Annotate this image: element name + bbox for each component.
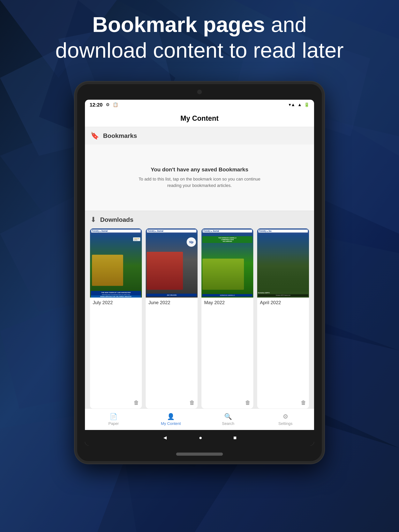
- status-right-icons: ▾▲ ▲ 🔋: [289, 102, 309, 107]
- magazine-info-june: June 2022: [146, 298, 198, 398]
- tablet-power-button: [322, 123, 324, 139]
- battery-icon: 🔋: [304, 102, 309, 107]
- magazine-actions-april[interactable]: 🗑: [257, 398, 309, 409]
- bookmarks-empty-desc: To add to this list, tap on the bookmark…: [131, 176, 268, 189]
- bookmarks-empty-area: You don't have any saved Bookmarks To ad…: [85, 145, 314, 211]
- tablet-frame: 12:20 ⚙ 📋 ▾▲ ▲ 🔋 My Content 🔖 Bookmarks …: [75, 82, 324, 463]
- magazine-date-july: July 2022: [93, 300, 139, 305]
- delete-magazine-june-button[interactable]: 🗑: [189, 399, 195, 406]
- downloads-section-header: ⬇ Downloads: [85, 211, 314, 228]
- my-content-nav-label: My Content: [161, 421, 181, 426]
- delete-magazine-april-button[interactable]: 🗑: [301, 399, 306, 406]
- magazine-cover-july: Forestry ▲ Journal THE NEW TIGERCAT 1185…: [90, 228, 142, 298]
- wifi-icon: ▾▲: [289, 102, 295, 107]
- bookmark-section-icon: 🔖: [90, 132, 99, 140]
- magazine-info-april: April 2022: [257, 298, 309, 398]
- bottom-navigation: 📄 Paper 👤 My Content 🔍 Search ⚙ Settings: [85, 409, 314, 430]
- magazine-info-july: July 2022: [90, 298, 142, 398]
- settings-status-icon: ⚙: [106, 102, 110, 107]
- tablet-screen: 12:20 ⚙ 📋 ▾▲ ▲ 🔋 My Content 🔖 Bookmarks …: [85, 100, 314, 446]
- magazine-cover-june: Forestry ▲ Journal S|p JAC: [146, 228, 198, 298]
- paper-nav-label: Paper: [108, 421, 119, 426]
- search-nav-icon: 🔍: [224, 413, 232, 420]
- magazine-actions-july[interactable]: 🗑: [90, 398, 142, 409]
- android-back-button[interactable]: ◄: [162, 435, 168, 441]
- magazine-actions-june[interactable]: 🗑: [146, 398, 198, 409]
- status-time: 12:20: [90, 102, 103, 108]
- status-left: 12:20 ⚙ 📋: [90, 102, 118, 108]
- search-nav-label: Search: [222, 421, 234, 426]
- nav-search[interactable]: 🔍 Search: [200, 409, 257, 430]
- home-indicator[interactable]: [176, 453, 223, 456]
- downloads-title: Downloads: [100, 216, 134, 223]
- tablet-camera: [197, 89, 202, 94]
- clipboard-status-icon: 📋: [113, 102, 118, 107]
- magazine-cover-april: Forestry ▲ Jou Komatsu 625TX Komatsu 625…: [257, 228, 309, 298]
- magazines-row: Forestry ▲ Journal THE NEW TIGERCAT 1185…: [85, 228, 314, 409]
- magazine-date-april: April 2022: [260, 300, 306, 305]
- nav-my-content[interactable]: 👤 My Content: [142, 409, 200, 430]
- settings-nav-label: Settings: [278, 421, 292, 426]
- status-bar: 12:20 ⚙ 📋 ▾▲ ▲ 🔋: [85, 100, 314, 110]
- magazine-card-may[interactable]: Forestry ▲ Journal THE NORWOOD SAWMILLSL…: [201, 228, 253, 409]
- downloads-section: ⬇ Downloads: [85, 211, 314, 409]
- magazine-card-june[interactable]: Forestry ▲ Journal S|p JAC: [146, 228, 198, 409]
- tablet-volume-up-button: [322, 146, 324, 170]
- delete-magazine-july-button[interactable]: 🗑: [134, 399, 139, 406]
- magazine-date-may: May 2022: [204, 300, 251, 305]
- page-heading: Bookmark pages anddownload content to re…: [16, 12, 383, 63]
- android-home-button[interactable]: ●: [199, 435, 202, 441]
- settings-nav-icon: ⚙: [283, 413, 288, 420]
- nav-settings[interactable]: ⚙ Settings: [257, 409, 314, 430]
- my-content-nav-icon: 👤: [167, 413, 175, 420]
- magazine-date-june: June 2022: [148, 300, 195, 305]
- bookmarks-title: Bookmarks: [103, 132, 137, 139]
- magazine-card-july[interactable]: Forestry ▲ Journal THE NEW TIGERCAT 1185…: [90, 228, 142, 409]
- paper-nav-icon: 📄: [110, 413, 117, 420]
- app-title: My Content: [180, 114, 219, 122]
- magazine-info-may: May 2022: [201, 298, 253, 398]
- magazine-card-april[interactable]: Forestry ▲ Jou Komatsu 625TX Komatsu 625…: [257, 228, 309, 409]
- signal-icon: ▲: [297, 102, 302, 107]
- nav-paper[interactable]: 📄 Paper: [85, 409, 142, 430]
- tablet-volume-down-button: [322, 177, 324, 201]
- bookmarks-empty-title: You don't have any saved Bookmarks: [151, 166, 248, 173]
- delete-magazine-may-button[interactable]: 🗑: [245, 399, 251, 406]
- magazine-actions-may[interactable]: 🗑: [201, 398, 253, 409]
- magazine-cover-may: Forestry ▲ Journal THE NORWOOD SAWMILLSL…: [201, 228, 253, 298]
- app-header: My Content: [85, 110, 314, 127]
- android-nav-bar: ◄ ● ■: [85, 430, 314, 446]
- downloads-section-icon: ⬇: [90, 215, 96, 224]
- app-content: 🔖 Bookmarks You don't have any saved Boo…: [85, 127, 314, 409]
- bookmarks-section-header: 🔖 Bookmarks: [85, 127, 314, 145]
- page-header: Bookmark pages anddownload content to re…: [0, 12, 399, 63]
- heading-end: to read later: [223, 38, 344, 62]
- android-recents-button[interactable]: ■: [233, 435, 237, 441]
